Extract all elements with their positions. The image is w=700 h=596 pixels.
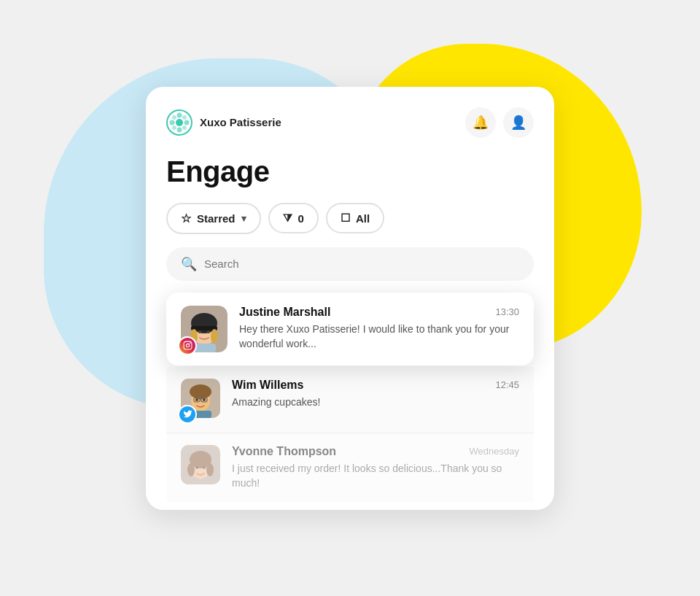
message-item-wim[interactable]: Wim Willems 12:45 Amazing cupcakes! bbox=[166, 367, 534, 433]
svg-point-1 bbox=[176, 119, 183, 126]
svg-point-24 bbox=[190, 384, 211, 399]
svg-point-6 bbox=[172, 115, 176, 120]
svg-rect-19 bbox=[184, 341, 192, 349]
checkbox-icon: ☐ bbox=[341, 212, 350, 225]
message-text-justine: Hey there Xuxo Patisserie! I would like … bbox=[239, 322, 519, 352]
svg-point-20 bbox=[186, 344, 189, 347]
message-header-yvonne: Yvonne Thompson Wednesday bbox=[232, 445, 519, 458]
svg-point-3 bbox=[177, 127, 182, 132]
all-label: All bbox=[356, 212, 370, 225]
instagram-badge bbox=[178, 336, 197, 355]
brand-name: Xuxo Patisserie bbox=[200, 116, 281, 128]
message-item-justine[interactable]: Justine Marshall 13:30 Hey there Xuxo Pa… bbox=[166, 293, 534, 365]
header: Xuxo Patisserie 🔔 👤 bbox=[166, 107, 534, 138]
filter-count-button[interactable]: ⧩ 0 bbox=[268, 203, 319, 233]
message-header-wim: Wim Willems 12:45 bbox=[232, 379, 519, 392]
sender-name-wim: Wim Willems bbox=[232, 379, 303, 392]
chevron-down-icon: ▾ bbox=[241, 213, 246, 224]
svg-point-8 bbox=[172, 125, 176, 130]
message-time-wim: 12:45 bbox=[495, 379, 519, 390]
brand-logo-icon bbox=[166, 109, 192, 136]
starred-filter-button[interactable]: ☆ Starred ▾ bbox=[166, 203, 261, 234]
svg-point-7 bbox=[182, 115, 187, 120]
star-icon: ☆ bbox=[181, 212, 191, 225]
avatar-wrap-justine bbox=[181, 306, 228, 352]
message-list: Justine Marshall 13:30 Hey there Xuxo Pa… bbox=[166, 293, 534, 503]
filter-bar: ☆ Starred ▾ ⧩ 0 ☐ All bbox=[166, 203, 534, 234]
svg-point-17 bbox=[211, 329, 218, 344]
message-text-yvonne: I just received my order! It looks so de… bbox=[232, 461, 519, 491]
all-filter-button[interactable]: ☐ All bbox=[326, 203, 384, 233]
message-content-justine: Justine Marshall 13:30 Hey there Xuxo Pa… bbox=[239, 306, 519, 352]
main-card: Xuxo Patisserie 🔔 👤 Engage ☆ Starred ▾ ⧩… bbox=[146, 87, 554, 510]
notification-button[interactable]: 🔔 bbox=[465, 107, 496, 138]
notification-icon: 🔔 bbox=[472, 115, 489, 131]
brand: Xuxo Patisserie bbox=[166, 109, 281, 136]
message-content-wim: Wim Willems 12:45 Amazing cupcakes! bbox=[232, 379, 519, 409]
avatar-wrap-yvonne bbox=[181, 445, 220, 487]
filter-icon: ⧩ bbox=[283, 212, 292, 225]
svg-point-34 bbox=[187, 463, 195, 476]
svg-point-2 bbox=[177, 112, 182, 117]
message-time-yvonne: Wednesday bbox=[470, 446, 519, 457]
search-bar: 🔍 bbox=[166, 247, 534, 281]
message-content-yvonne: Yvonne Thompson Wednesday I just receive… bbox=[232, 445, 519, 491]
search-icon: 🔍 bbox=[181, 256, 197, 272]
filter-count: 0 bbox=[298, 212, 304, 225]
svg-point-36 bbox=[195, 466, 198, 469]
message-text-wim: Amazing cupcakes! bbox=[232, 395, 519, 409]
svg-point-4 bbox=[170, 120, 175, 125]
message-header-justine: Justine Marshall 13:30 bbox=[239, 306, 519, 319]
svg-point-14 bbox=[198, 330, 201, 333]
avatar-wrap-wim bbox=[181, 379, 220, 421]
sender-name-yvonne: Yvonne Thompson bbox=[232, 445, 336, 458]
twitter-badge bbox=[178, 405, 197, 424]
svg-point-9 bbox=[182, 125, 187, 130]
sender-name-justine: Justine Marshall bbox=[239, 306, 330, 319]
message-item-yvonne[interactable]: Yvonne Thompson Wednesday I just receive… bbox=[166, 433, 534, 503]
svg-point-35 bbox=[206, 463, 214, 476]
user-profile-button[interactable]: 👤 bbox=[503, 107, 534, 138]
page-title: Engage bbox=[166, 155, 534, 188]
message-time-justine: 13:30 bbox=[495, 306, 519, 317]
svg-point-21 bbox=[189, 343, 190, 344]
avatar-yvonne bbox=[181, 445, 220, 484]
header-actions: 🔔 👤 bbox=[465, 107, 534, 138]
starred-label: Starred bbox=[197, 212, 236, 225]
svg-point-15 bbox=[207, 330, 210, 333]
svg-point-26 bbox=[203, 398, 206, 401]
svg-point-5 bbox=[184, 120, 190, 125]
search-input[interactable] bbox=[204, 258, 519, 270]
svg-point-25 bbox=[195, 398, 198, 401]
user-icon: 👤 bbox=[510, 115, 526, 131]
svg-point-37 bbox=[203, 466, 206, 469]
